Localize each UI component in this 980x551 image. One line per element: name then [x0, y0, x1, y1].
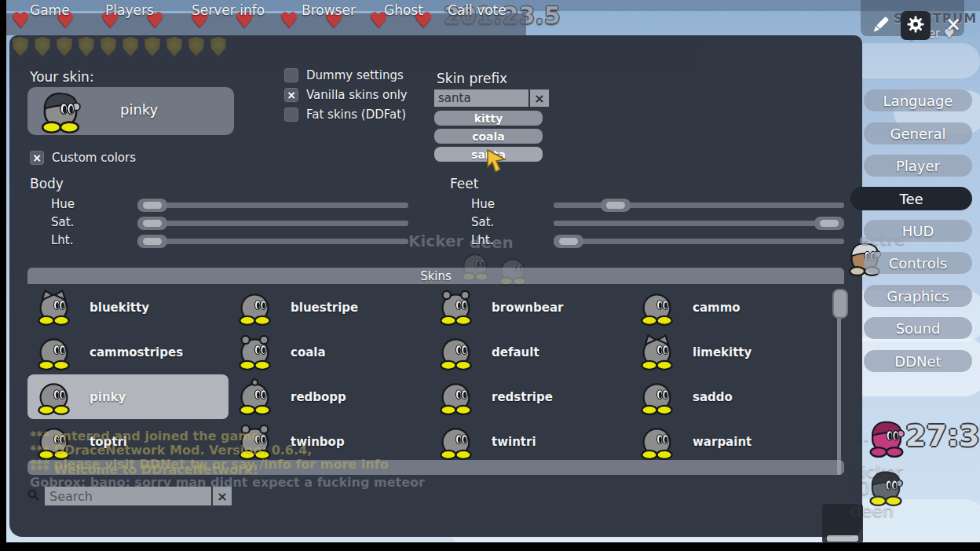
prefix-preset-kitty[interactable]: kitty: [434, 111, 543, 126]
skin-item-bluestripe[interactable]: bluestripe: [229, 285, 430, 330]
sidebar-tab-controls[interactable]: Controls: [864, 252, 972, 274]
player-tee-kicker: [867, 418, 906, 458]
chat-line: *** entered and joined the game: [30, 429, 260, 443]
sidebar-tab-player[interactable]: Player: [864, 155, 972, 177]
skin-item-brownbear[interactable]: brownbear: [430, 285, 631, 330]
slider-track-feet-sat[interactable]: [554, 221, 844, 226]
sidebar-tab-tee[interactable]: Tee: [850, 187, 972, 210]
skin-item-redstripe[interactable]: redstripe: [430, 374, 631, 419]
map-door-tile: [822, 504, 863, 543]
slider-handle-feet-hue[interactable]: [601, 199, 631, 212]
skin-tee-icon-redbopp: [236, 378, 273, 415]
toggle-label: Dummy settings: [306, 68, 404, 82]
menu-item-players[interactable]: Players: [105, 2, 154, 18]
toggle-dummy-settings[interactable]: Dummy settings: [284, 68, 404, 82]
slider-handle-feet-sat[interactable]: [814, 217, 844, 230]
slider-track-feet-hue[interactable]: [554, 203, 844, 208]
skin-name-label: redbopp: [291, 390, 346, 404]
toggle-fat-skins-ddfat[interactable]: Fat skins (DDFat): [284, 108, 406, 122]
skin-tee-icon-twintri: [437, 423, 474, 460]
skin-item-coala[interactable]: coala: [229, 330, 430, 374]
search-clear-button[interactable]: ×: [213, 487, 232, 505]
skin-name-label: cammostripes: [90, 345, 183, 359]
skin-prefix-clear-button[interactable]: ×: [530, 89, 549, 107]
slider-track-body-lht[interactable]: [137, 239, 408, 244]
sidebar-tab-ddnet[interactable]: DDNet: [864, 350, 972, 372]
skin-tee-icon-warpaint: [638, 423, 675, 460]
skin-tee-icon-redstripe: [437, 378, 474, 415]
skin-prefix-label: Skin prefix: [437, 71, 507, 86]
skin-item-cammostripes[interactable]: cammostripes: [27, 330, 229, 374]
skin-item-default[interactable]: default: [430, 330, 631, 374]
prefix-preset-coala[interactable]: coala: [434, 129, 543, 144]
settings-button[interactable]: [901, 11, 931, 40]
sidebar-tab-general[interactable]: General: [864, 122, 972, 144]
skin-item-twintri[interactable]: twintri: [430, 419, 631, 464]
menu-item-server-info[interactable]: Server info: [192, 2, 265, 18]
sidebar-tab-graphics[interactable]: Graphics: [864, 285, 972, 307]
skin-item-bluekitty[interactable]: bluekitty: [27, 285, 229, 330]
search-icon: [27, 488, 40, 505]
slider-label-feet-lht: Lht.: [471, 233, 494, 247]
slider-handle-body-sat[interactable]: [137, 217, 167, 230]
skin-name-label: warpaint: [693, 435, 751, 449]
skin-prefix-input[interactable]: [434, 89, 528, 107]
skin-search-row: ×: [27, 487, 232, 505]
skin-item-cammo[interactable]: cammo: [631, 285, 832, 330]
slider-label-body-hue: Hue: [51, 197, 75, 211]
feet-section-label: Feet: [450, 176, 478, 192]
slider-label-feet-hue: Hue: [471, 197, 495, 211]
skin-name-label: cammo: [693, 301, 740, 315]
slider-track-body-hue[interactable]: [137, 203, 408, 208]
current-skin-preview[interactable]: pinky: [27, 87, 234, 135]
checkbox-dummy-settings[interactable]: [284, 68, 298, 82]
skin-name-label: saddo: [693, 390, 733, 404]
skin-prefix-field: ×: [434, 89, 549, 107]
race-time: 27:37: [905, 418, 980, 453]
edit-button[interactable]: [868, 13, 892, 40]
skin-tee-icon-default: [437, 334, 474, 370]
menu-item-ghost[interactable]: Ghost: [384, 2, 423, 18]
checkbox-fat-skins-ddfat[interactable]: [284, 108, 298, 122]
sidebar-tab-language[interactable]: Language: [864, 89, 972, 111]
slider-label-body-lht: Lht.: [51, 233, 74, 247]
slider-handle-feet-lht[interactable]: [554, 235, 583, 248]
slider-handle-body-lht[interactable]: [137, 235, 167, 248]
world-nameplate: Kicker: [408, 232, 463, 250]
skin-item-limekitty[interactable]: limekitty: [631, 330, 832, 374]
chat-line: *** DDraceNetwork Mod. Version: 0.6.4,: [30, 443, 312, 458]
search-input[interactable]: [45, 487, 211, 505]
sidebar-tab-sound[interactable]: Sound: [864, 317, 972, 339]
slider-track-feet-lht[interactable]: [554, 239, 844, 244]
skin-tee-icon-saddo: [638, 378, 675, 415]
skin-item-saddo[interactable]: saddo: [631, 374, 832, 419]
skin-name-label: redstripe: [492, 390, 553, 404]
skin-tee-icon-bluestripe: [236, 289, 273, 326]
skin-item-redbopp[interactable]: redbopp: [229, 374, 430, 419]
menu-item-call-vote[interactable]: Call vote: [448, 2, 506, 18]
slider-handle-body-hue[interactable]: [137, 199, 167, 212]
skin-item-warpaint[interactable]: warpaint: [631, 419, 832, 464]
skin-item-pinky[interactable]: pinky: [27, 374, 229, 419]
close-button[interactable]: ×: [945, 13, 961, 35]
custom-colors-checkbox[interactable]: ×: [30, 151, 44, 165]
custom-colors-toggle[interactable]: × Custom colors: [30, 151, 136, 165]
toggle-vanilla-skins-only[interactable]: ×Vanilla skins only: [284, 88, 408, 102]
skin-name-label: bluekitty: [90, 301, 149, 315]
current-skin-tee-icon: [38, 89, 82, 133]
custom-colors-label: Custom colors: [52, 151, 136, 165]
mouse-cursor: [485, 149, 507, 173]
menu-item-game[interactable]: Game: [30, 2, 70, 18]
menu-item-browser[interactable]: Browser: [302, 2, 356, 18]
skin-tee-icon-coala: [236, 334, 273, 370]
toggle-label: Fat skins (DDFat): [306, 108, 406, 122]
heart-icon: ♥: [280, 9, 298, 31]
body-section-label: Body: [30, 176, 64, 192]
skin-name-label: twintri: [492, 435, 536, 449]
skins-scrollbar-handle[interactable]: [832, 289, 848, 319]
slider-track-body-sat[interactable]: [137, 221, 408, 226]
sidebar-tab-hud[interactable]: HUD: [864, 220, 972, 242]
checkbox-vanilla-skins-only[interactable]: ×: [284, 88, 298, 102]
your-skin-label: Your skin:: [30, 69, 94, 85]
skin-name-label: bluestripe: [291, 301, 358, 315]
